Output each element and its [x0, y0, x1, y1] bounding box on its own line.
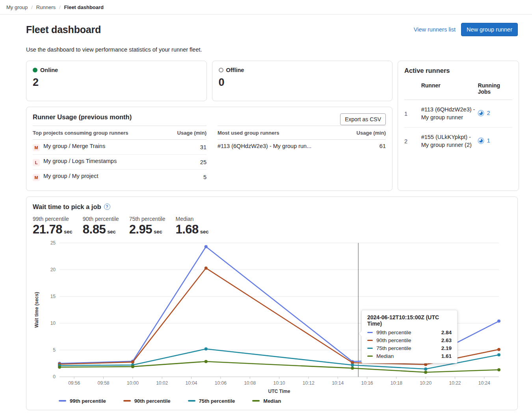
- top-projects-usage-header: Usage (min): [166, 126, 206, 140]
- offline-label-row: Offline: [219, 67, 386, 73]
- page-title: Fleet dashboard: [26, 24, 101, 35]
- most-used-runners-header: Most used group runners: [218, 126, 346, 140]
- wait-time-title: Wait time to pick a job: [33, 203, 101, 211]
- breadcrumb-separator: /: [59, 4, 61, 10]
- stat-99th-percentile: 99th percentile 21.78sec: [33, 216, 73, 237]
- runner-rank: 1: [404, 100, 421, 128]
- top-projects-header: Top projects consuming group runners: [33, 126, 166, 140]
- tooltip-row: Median 1.61: [367, 353, 452, 359]
- svg-text:5: 5: [53, 347, 56, 353]
- table-row: MMy group / My project 5: [33, 170, 206, 185]
- svg-text:25: 25: [50, 240, 56, 246]
- legend-swatch: [188, 400, 195, 402]
- series-swatch-90th: [367, 340, 373, 341]
- legend-label: 75th percentile: [199, 398, 235, 404]
- svg-text:10:18: 10:18: [391, 380, 402, 386]
- stat-unit: sec: [200, 229, 209, 235]
- runner-usage-card: Runner Usage (previous month) Export as …: [26, 107, 392, 191]
- legend-item-90th[interactable]: 90th percentile: [123, 398, 171, 404]
- svg-text:10: 10: [50, 320, 56, 326]
- runner-description: #155 (ULkKYpkpt) - My group runner (2): [421, 128, 478, 155]
- svg-text:10:04: 10:04: [185, 380, 197, 386]
- stat-unit: sec: [154, 229, 162, 235]
- new-group-runner-button[interactable]: New group runner: [461, 23, 518, 36]
- running-jobs-count: 2: [487, 110, 490, 116]
- tooltip-row: 90th percentile 2.63: [367, 337, 452, 343]
- legend-swatch: [252, 400, 260, 402]
- table-row: #113 (6QHdzW2e3) - My group run... 61: [218, 140, 386, 153]
- running-status-icon: [478, 137, 484, 144]
- svg-text:10:14: 10:14: [332, 380, 344, 386]
- legend-item-99th[interactable]: 99th percentile: [59, 398, 106, 404]
- table-row: MMy group / Merge Trains 31: [33, 140, 206, 155]
- project-usage: 25: [166, 155, 206, 170]
- top-projects-table: Top projects consuming group runners Usa…: [33, 126, 206, 184]
- tooltip-series-value: 1.61: [441, 353, 452, 359]
- online-count: 2: [33, 77, 200, 89]
- tooltip-series-label: Median: [376, 353, 394, 359]
- page-header: Fleet dashboard View runners list New gr…: [26, 23, 518, 36]
- active-runners-table: Runner Running Jobs 1 #113 (6QHdzW2e3) -…: [404, 78, 512, 155]
- table-row: 1 #113 (6QHdzW2e3) - My group runner 2: [404, 100, 512, 128]
- running-status-icon: [478, 110, 484, 117]
- header-actions: View runners list New group runner: [414, 23, 518, 36]
- offline-label: Offline: [226, 67, 244, 73]
- breadcrumb-separator: /: [31, 4, 33, 10]
- table-row: LMy group / Logs Timestamps 25: [33, 155, 206, 170]
- runner-usage-title: Runner Usage (previous month): [33, 113, 386, 121]
- tooltip-series-label: 90th percentile: [376, 337, 411, 343]
- wait-time-title-row: Wait time to pick a job ?: [33, 203, 511, 211]
- legend-label: 99th percentile: [70, 398, 106, 404]
- series-swatch-99th: [367, 332, 373, 333]
- offline-status-icon: [219, 68, 223, 72]
- breadcrumb-item-my-group[interactable]: My group: [6, 4, 28, 10]
- svg-text:10:24: 10:24: [478, 380, 490, 386]
- svg-text:20: 20: [50, 267, 56, 272]
- tooltip-series-value: 2.19: [441, 345, 452, 351]
- stat-unit: sec: [64, 229, 73, 235]
- legend-swatch: [123, 400, 131, 402]
- svg-text:10:08: 10:08: [244, 380, 256, 386]
- offline-runners-card: Offline 0: [212, 61, 393, 101]
- svg-text:09:58: 09:58: [97, 380, 109, 386]
- export-csv-button[interactable]: Export as CSV: [340, 113, 386, 125]
- series-swatch-75th: [367, 348, 373, 349]
- legend-item-median[interactable]: Median: [252, 398, 281, 404]
- tooltip-series-value: 2.84: [441, 330, 452, 335]
- tooltip-series-value: 2.63: [441, 337, 452, 343]
- legend-swatch: [59, 400, 66, 402]
- chart-legend: 99th percentile 90th percentile 75th per…: [59, 396, 511, 405]
- runner-usage-value: 61: [346, 140, 386, 153]
- breadcrumb-item-runners[interactable]: Runners: [36, 4, 56, 10]
- offline-count: 0: [219, 77, 386, 89]
- running-jobs-link[interactable]: 2: [478, 110, 490, 117]
- stat-value: 1.68: [175, 222, 198, 236]
- series-swatch-median: [367, 356, 373, 357]
- svg-text:10:12: 10:12: [303, 380, 314, 386]
- table-row: 2 #155 (ULkKYpkpt) - My group runner (2)…: [404, 128, 512, 155]
- wait-time-chart[interactable]: 051015202509:5609:5810:0010:0210:0410:06…: [33, 240, 511, 396]
- wait-time-stats: 99th percentile 21.78sec 90th percentile…: [33, 216, 511, 237]
- online-label: Online: [40, 67, 58, 73]
- dashboard-left-column: Online 2 Offline 0 Runner Usage (previou…: [26, 61, 392, 191]
- tooltip-row: 99th percentile 2.84: [367, 330, 452, 335]
- active-runners-card: Active runners Runner Running Jobs 1 #11…: [398, 61, 519, 191]
- svg-text:0: 0: [53, 374, 56, 380]
- view-runners-list-link[interactable]: View runners list: [414, 26, 456, 33]
- online-runners-card: Online 2: [26, 61, 207, 101]
- project-avatar: L: [33, 159, 40, 166]
- tooltip-row: 75th percentile 2.19: [367, 345, 452, 351]
- most-used-runners-table: Most used group runners Usage (min) #113…: [218, 126, 386, 152]
- project-usage: 31: [166, 140, 206, 155]
- running-jobs-link[interactable]: 1: [478, 137, 490, 144]
- wait-time-card: Wait time to pick a job ? 99th percentil…: [26, 196, 518, 410]
- stat-90th-percentile: 90th percentile 8.85sec: [83, 216, 119, 237]
- most-used-usage-header: Usage (min): [346, 126, 386, 140]
- project-name: My group / Merge Trains: [43, 143, 105, 149]
- legend-label: 90th percentile: [134, 398, 171, 404]
- online-status-icon: [33, 68, 37, 72]
- tooltip-title: 2024-06-12T10:15:00Z (UTC Time): [367, 314, 452, 327]
- legend-item-75th[interactable]: 75th percentile: [188, 398, 235, 404]
- help-icon[interactable]: ?: [104, 204, 110, 210]
- stat-value: 2.95: [129, 222, 152, 236]
